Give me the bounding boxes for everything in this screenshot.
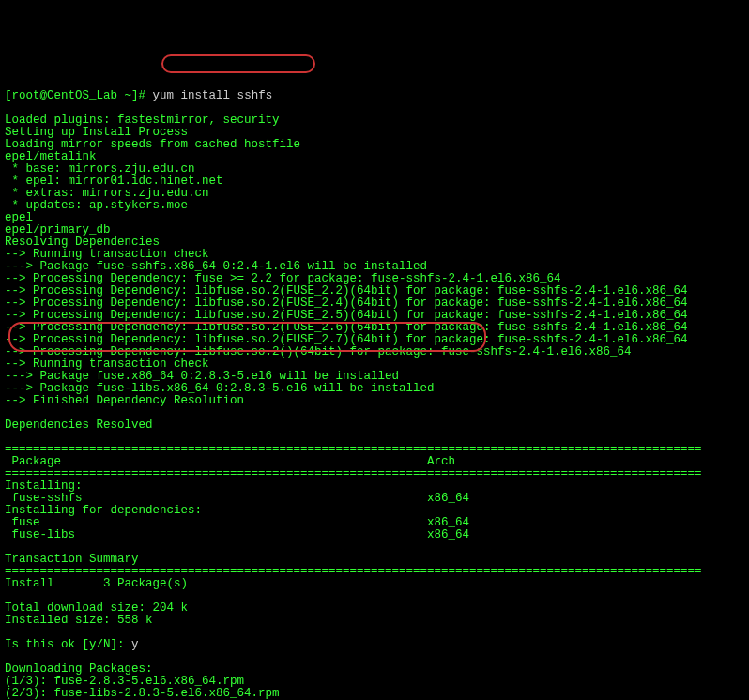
command-text: yum install sshfs	[153, 89, 273, 102]
confirm-prompt-1[interactable]: Is this ok [y/N]: y	[5, 639, 744, 651]
prompt-user: root@CentOS_Lab	[12, 89, 118, 102]
terminal-prompt-line[interactable]: [root@CentOS_Lab ~]# yum install sshfs	[5, 90, 744, 102]
highlight-circle-command	[161, 54, 315, 73]
output-line: epel	[5, 212, 744, 224]
output-line: * updates: ap.stykers.moe	[5, 200, 744, 212]
prompt-suffix: ]#	[131, 89, 145, 102]
output-line: ========================================…	[5, 468, 744, 480]
output-line: --> Finished Dependency Resolution	[5, 395, 744, 407]
output-line: Loading mirror speeds from cached hostfi…	[5, 139, 744, 151]
prompt-path: ~	[125, 89, 132, 102]
output-line: fuse-libs x86_64	[5, 529, 744, 541]
output-line: Installed size: 558 k	[5, 615, 744, 627]
output-block-2: Downloading Packages:(1/3): fuse-2.8.3-5…	[5, 663, 744, 700]
confirm1-label: Is this ok [y/N]:	[5, 638, 131, 651]
output-block-1: Loaded plugins: fastestmirror, securityS…	[5, 114, 744, 627]
output-line: Dependencies Resolved	[5, 419, 744, 432]
output-line: Install 3 Package(s)	[5, 578, 744, 590]
confirm1-answer: y	[131, 638, 139, 651]
terminal-window: [root@CentOS_Lab ~]# yum install sshfs L…	[5, 53, 744, 700]
